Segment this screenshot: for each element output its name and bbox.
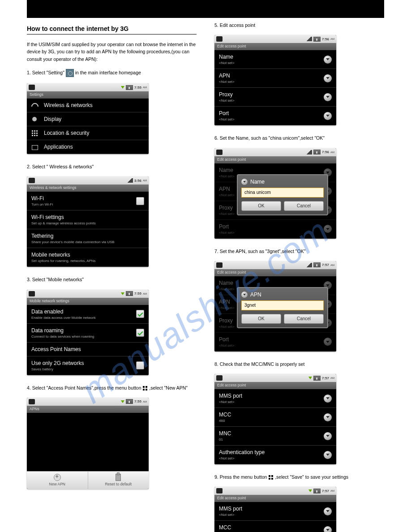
screenshot-apn-dialog: ▮7:57AM Edit access point Name<Not set> …	[214, 261, 336, 352]
screen-header: APNs	[27, 406, 149, 413]
status-bar: 3:56AM	[27, 176, 149, 184]
apn-dialog: APN OK Cancel	[237, 287, 328, 328]
disclosure-icon	[324, 526, 332, 532]
step-3: 3. Select "Mobile networks"	[27, 276, 197, 283]
tethering-row[interactable]: TetheringShare your device's mobile data…	[27, 229, 149, 248]
signal-box-icon: ▮	[313, 262, 321, 267]
settings-row-applications[interactable]: Applications	[27, 140, 149, 154]
right-column: 5. Edit access point ▮7:56AM Edit access…	[214, 21, 384, 532]
step-1-suffix: in the main interface homepage	[75, 70, 141, 75]
settings-row-display[interactable]: Display	[27, 112, 149, 126]
disclosure-icon	[324, 112, 332, 120]
ok-button[interactable]: OK	[241, 201, 281, 211]
wifi-settings-row[interactable]: Wi-Fi settingsSet up & manage wireless a…	[27, 210, 149, 229]
download-icon	[308, 377, 312, 379]
disclosure-icon	[324, 451, 332, 459]
apn-input[interactable]	[241, 300, 324, 310]
mcc-row[interactable]: MCC460	[214, 521, 336, 532]
authtype-row[interactable]: Authentication type<Not set>	[214, 446, 336, 464]
cancel-button[interactable]: Cancel	[284, 201, 324, 211]
download-icon	[121, 292, 124, 295]
screenshot-settings: ▮ 7:55 AM Settings Wireless & networks D…	[27, 83, 149, 154]
screen-header: Mobile network settings	[27, 298, 149, 305]
grid-icon	[31, 130, 39, 136]
clock-time: 7:57	[322, 489, 329, 493]
disclosure-icon	[324, 413, 332, 421]
apn-row[interactable]: Access Point Names	[27, 343, 149, 356]
menu-button-icon	[142, 386, 148, 391]
step-4: 4. Select "Access Point Names",press the…	[27, 384, 197, 391]
screen-header: Edit access point	[214, 495, 336, 502]
step-2: 2. Select " Wireless & networks"	[27, 163, 197, 170]
ok-button[interactable]: OK	[241, 314, 281, 324]
signal-icon	[306, 263, 312, 267]
download-icon	[121, 86, 124, 89]
clock-ampm: AM	[143, 292, 147, 295]
clock-time: 7:56	[322, 37, 329, 41]
mcc-row[interactable]: MCC460	[214, 408, 336, 427]
left-column: How to connect the internet by 3G If the…	[27, 21, 197, 532]
checkbox-icon[interactable]	[136, 197, 144, 205]
clock-ampm: AM	[330, 377, 334, 379]
clock-time: 3:56	[134, 179, 141, 183]
dropdown-icon	[241, 179, 248, 185]
apn-field-port[interactable]: Port<Not set>	[214, 107, 336, 125]
signal-box-icon: ▮	[313, 489, 321, 493]
status-bar: ▮7:55AM	[27, 290, 149, 298]
only-2g-row[interactable]: Use only 2G networksSaves battery	[27, 356, 149, 375]
clock-ampm: AM	[143, 179, 147, 182]
section-heading: How to connect the internet by 3G	[27, 25, 197, 34]
wifi-icon	[31, 102, 39, 108]
clock-time: 7:57	[322, 263, 329, 267]
mmsport-row[interactable]: MMS port<Not set>	[214, 502, 336, 521]
disclosure-icon	[324, 338, 332, 346]
name-input[interactable]	[241, 188, 324, 197]
data-enabled-row[interactable]: Data enabledEnable data access over Mobi…	[27, 305, 149, 324]
cancel-button[interactable]: Cancel	[284, 314, 324, 324]
reset-default-button[interactable]: Reset to default	[88, 472, 149, 489]
disclosure-icon	[324, 93, 332, 101]
apn-field-proxy[interactable]: Proxy<Not set>	[214, 88, 336, 107]
signal-box-icon: ▮	[313, 376, 321, 381]
menu-button-icon	[268, 475, 274, 480]
apn-field-name[interactable]: Name<Not set>	[214, 50, 336, 69]
status-notch	[29, 399, 35, 404]
settings-row-location[interactable]: Location & security	[27, 126, 149, 140]
mnc-row[interactable]: MNC01	[214, 427, 336, 446]
signal-icon	[306, 37, 312, 41]
screenshot-save-apn: ▮7:57AM Edit access point MMS port<Not s…	[214, 487, 336, 532]
signal-box-icon: ▮	[313, 37, 321, 42]
step-5: 5. Edit access point	[214, 21, 384, 29]
status-bar: ▮7:56AM	[214, 148, 336, 156]
signal-icon: ▮	[126, 291, 133, 296]
step-7: 7. Set the APN, such as "3gnet",select "…	[214, 248, 384, 255]
new-apn-button[interactable]: New APN	[27, 472, 88, 489]
step-4-suffix: ,select "New APN"	[149, 385, 188, 390]
clock-time: 7:57	[322, 376, 329, 380]
screenshot-mobile-network: ▮7:55AM Mobile network settings Data ena…	[27, 290, 149, 375]
clock-time: 7:55	[134, 86, 141, 90]
checkbox-checked-icon[interactable]	[136, 329, 144, 337]
dialog-title: Name	[241, 179, 324, 185]
download-icon	[308, 489, 312, 492]
name-dialog: Name OK Cancel	[237, 174, 328, 215]
clock-ampm: AM	[330, 38, 334, 40]
status-notch	[29, 178, 35, 183]
settings-icon	[66, 69, 74, 77]
status-bar: ▮7:57AM	[214, 374, 336, 382]
mobile-networks-row[interactable]: Mobile networksSet options for roaming, …	[27, 248, 149, 267]
signal-icon: ▮	[126, 85, 133, 90]
step-1-prefix: 1. Select "Setting"	[27, 70, 64, 75]
status-bar: ▮ 7:55 AM	[27, 83, 149, 91]
dialog-title: APN	[241, 292, 324, 298]
wifi-toggle-row[interactable]: Wi-FiTurn on Wi-Fi	[27, 192, 149, 210]
apn-field-apn[interactable]: APN<Not set>	[214, 69, 336, 88]
mmsport-row[interactable]: MMS port<Not set>	[214, 389, 336, 408]
settings-row-wireless[interactable]: Wireless & networks	[27, 99, 149, 112]
disclosure-icon	[324, 507, 332, 515]
data-roaming-row[interactable]: Data roamingConnect to data services whe…	[27, 324, 149, 343]
step-9-prefix: 9. Press the menu button	[214, 474, 267, 480]
checkbox-checked-icon[interactable]	[136, 310, 144, 318]
checkbox-icon[interactable]	[136, 361, 144, 369]
screen-header: Wireless & network settings	[27, 184, 149, 192]
